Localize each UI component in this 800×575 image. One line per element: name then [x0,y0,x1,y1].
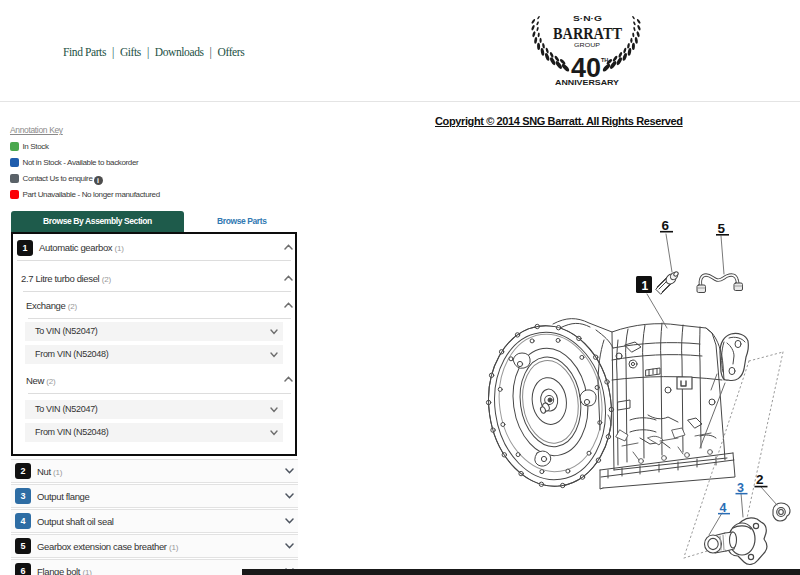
svg-text:TH: TH [601,57,608,63]
svg-text:2: 2 [756,472,764,487]
svg-text:3: 3 [737,481,744,495]
svg-text:ANNIVERSARY: ANNIVERSARY [555,79,619,86]
svg-text:6: 6 [662,218,670,233]
svg-text:1: 1 [642,279,649,293]
svg-text:4: 4 [720,501,727,515]
svg-text:GROUP: GROUP [574,41,600,48]
svg-text:S·N·G: S·N·G [573,14,602,23]
svg-text:5: 5 [718,221,726,236]
